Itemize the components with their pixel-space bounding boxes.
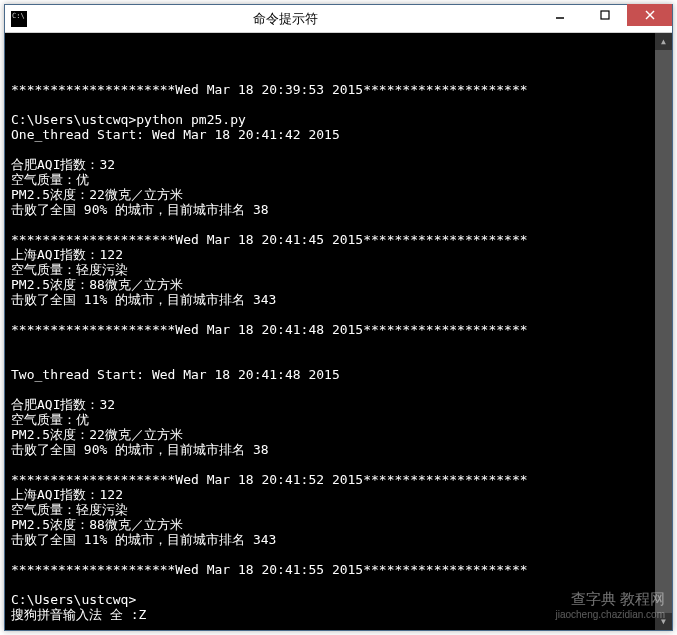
terminal-line xyxy=(11,577,666,592)
terminal-line: 合肥AQI指数：32 xyxy=(11,397,666,412)
terminal-line: PM2.5浓度：22微克／立方米 xyxy=(11,427,666,442)
terminal-line xyxy=(11,307,666,322)
scrollbar-track[interactable] xyxy=(655,50,672,613)
window-controls xyxy=(537,5,672,32)
terminal-line: PM2.5浓度：22微克／立方米 xyxy=(11,187,666,202)
terminal-line: Two_thread Start: Wed Mar 18 20:41:48 20… xyxy=(11,367,666,382)
scrollbar[interactable]: ▲ ▼ xyxy=(655,33,672,630)
terminal-line: *********************Wed Mar 18 20:39:53… xyxy=(11,82,666,97)
terminal-line: PM2.5浓度：88微克／立方米 xyxy=(11,277,666,292)
scroll-down-arrow-icon[interactable]: ▼ xyxy=(655,613,672,630)
terminal-line: 上海AQI指数：122 xyxy=(11,247,666,262)
terminal-line: 击败了全国 11% 的城市，目前城市排名 343 xyxy=(11,532,666,547)
terminal-line xyxy=(11,547,666,562)
terminal-line: *********************Wed Mar 18 20:41:55… xyxy=(11,562,666,577)
terminal-content: *********************Wed Mar 18 20:39:53… xyxy=(11,67,666,622)
terminal-line: PM2.5浓度：88微克／立方米 xyxy=(11,517,666,532)
terminal-line: 空气质量：优 xyxy=(11,412,666,427)
terminal-line xyxy=(11,457,666,472)
terminal-line xyxy=(11,382,666,397)
maximize-button[interactable] xyxy=(582,4,627,26)
terminal-line xyxy=(11,337,666,352)
terminal-line xyxy=(11,217,666,232)
terminal-line: 上海AQI指数：122 xyxy=(11,487,666,502)
svg-rect-1 xyxy=(601,11,609,19)
scrollbar-thumb[interactable] xyxy=(655,50,672,613)
terminal-line: *********************Wed Mar 18 20:41:52… xyxy=(11,472,666,487)
minimize-button[interactable] xyxy=(537,4,582,26)
minimize-icon xyxy=(555,10,565,20)
terminal-line xyxy=(11,352,666,367)
close-icon xyxy=(645,10,655,20)
terminal-line: 击败了全国 11% 的城市，目前城市排名 343 xyxy=(11,292,666,307)
scroll-up-arrow-icon[interactable]: ▲ xyxy=(655,33,672,50)
terminal-line: C:\Users\ustcwq> xyxy=(11,592,666,607)
terminal-line: 合肥AQI指数：32 xyxy=(11,157,666,172)
terminal-line: *********************Wed Mar 18 20:41:45… xyxy=(11,232,666,247)
cmd-icon xyxy=(11,11,27,27)
command-prompt-window: 命令提示符 *********************Wed Mar 18 20… xyxy=(4,4,673,631)
terminal-line xyxy=(11,142,666,157)
terminal-line: 空气质量：轻度污染 xyxy=(11,262,666,277)
terminal-line: One_thread Start: Wed Mar 18 20:41:42 20… xyxy=(11,127,666,142)
terminal-line xyxy=(11,97,666,112)
terminal-line: 搜狗拼音输入法 全 :Z xyxy=(11,607,666,622)
maximize-icon xyxy=(600,10,610,20)
terminal-line: C:\Users\ustcwq>python pm25.py xyxy=(11,112,666,127)
terminal-line xyxy=(11,67,666,82)
close-button[interactable] xyxy=(627,4,672,26)
terminal-line: 击败了全国 90% 的城市，目前城市排名 38 xyxy=(11,442,666,457)
titlebar[interactable]: 命令提示符 xyxy=(5,5,672,33)
terminal-line: 空气质量：优 xyxy=(11,172,666,187)
terminal-line: 击败了全国 90% 的城市，目前城市排名 38 xyxy=(11,202,666,217)
window-title: 命令提示符 xyxy=(33,10,537,28)
terminal-line: *********************Wed Mar 18 20:41:48… xyxy=(11,322,666,337)
terminal-output[interactable]: *********************Wed Mar 18 20:39:53… xyxy=(5,33,672,630)
terminal-line: 空气质量：轻度污染 xyxy=(11,502,666,517)
